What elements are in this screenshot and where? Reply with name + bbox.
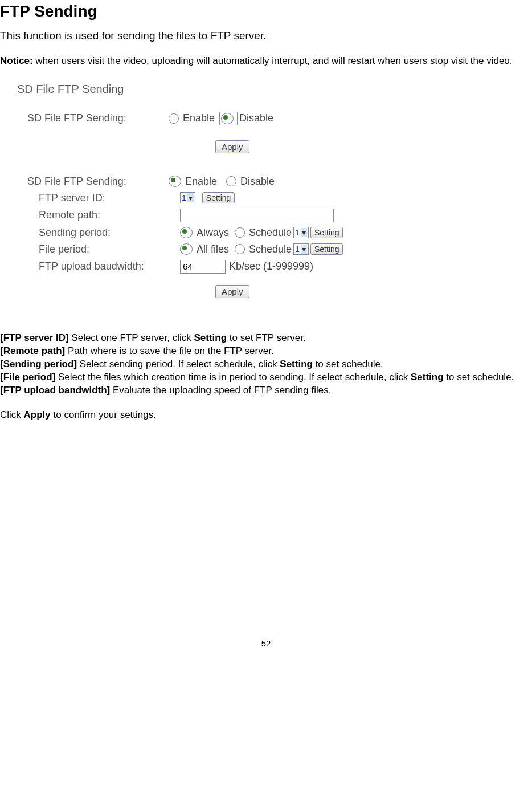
def-sending-period-text2: to set schedule. xyxy=(313,359,383,369)
label-sd-ftp-sending-2: SD File FTP Sending: xyxy=(17,176,169,188)
panel-enabled-state: SD File FTP Sending: Enable Disable FTP … xyxy=(17,176,532,298)
radio-fp-all-label: All files xyxy=(197,243,229,255)
definitions-block: [FTP server ID] Select one FTP server, c… xyxy=(0,332,532,422)
select-ftp-id-value: 1 xyxy=(182,193,186,202)
radio-disable-wrap xyxy=(219,112,238,125)
def-sending-period-text1: Select sending period. If select schedul… xyxy=(77,359,280,369)
def-upload-bandwidth: [FTP upload bandwidth] xyxy=(0,385,110,396)
def-ftp-server-id-text2: to set FTP server. xyxy=(227,332,306,343)
def-apply-text2: to confirm your settings. xyxy=(51,409,156,420)
select-ftp-id[interactable]: 1▾ xyxy=(180,192,195,203)
radio-disable-label-2: Disable xyxy=(240,176,275,188)
radio-sp-always-label: Always xyxy=(197,227,229,239)
bandwidth-unit: Kb/sec (1-999999) xyxy=(229,260,313,272)
def-sending-period-bold: Setting xyxy=(280,359,313,369)
apply-button-2[interactable]: Apply xyxy=(215,285,249,298)
radio-sp-schedule[interactable] xyxy=(235,227,245,238)
radio-enable-label: Enable xyxy=(183,112,215,124)
label-remote-path: Remote path: xyxy=(17,209,180,221)
label-sd-ftp-sending: SD File FTP Sending: xyxy=(17,112,169,124)
def-file-period: [File period] xyxy=(0,372,55,382)
input-bandwidth[interactable] xyxy=(180,260,226,274)
notice-body: when users visit the video, uploading wi… xyxy=(33,55,513,66)
setting-button-sp[interactable]: Setting xyxy=(310,227,343,238)
select-sp-schedule[interactable]: 1▾ xyxy=(293,227,309,238)
chevron-down-icon: ▾ xyxy=(301,228,307,237)
def-remote-path: [Remote path] xyxy=(0,345,65,356)
def-apply-bold: Apply xyxy=(24,409,51,420)
radio-disable[interactable] xyxy=(221,113,234,124)
radio-disable-label: Disable xyxy=(239,112,273,124)
label-bandwidth: FTP upload baudwidth: xyxy=(17,260,180,272)
notice-label: Notice: xyxy=(0,55,33,66)
select-sp-value: 1 xyxy=(295,228,300,237)
select-fp-schedule[interactable]: 1▾ xyxy=(293,243,309,255)
radio-disable-2[interactable] xyxy=(226,176,236,186)
def-ftp-server-id-bold: Setting xyxy=(194,332,227,343)
setting-button-ftp-id[interactable]: Setting xyxy=(202,192,235,203)
chevron-down-icon: ▾ xyxy=(301,245,307,254)
def-file-period-text1: Select the files which creation time is … xyxy=(55,372,411,382)
setting-button-fp[interactable]: Setting xyxy=(310,243,343,255)
page-title: FTP Sending xyxy=(0,2,532,21)
select-fp-value: 1 xyxy=(295,245,300,254)
panel-disabled-state: SD File FTP Sending SD File FTP Sending:… xyxy=(17,83,532,153)
def-file-period-bold: Setting xyxy=(411,372,444,382)
def-file-period-text2: to set schedule. xyxy=(444,372,514,382)
def-apply-text1: Click xyxy=(0,409,24,420)
radio-enable-label-2: Enable xyxy=(185,176,217,188)
radio-enable-2[interactable] xyxy=(169,176,181,187)
notice-text: Notice: when users visit the video, uplo… xyxy=(0,55,532,68)
page-number: 52 xyxy=(0,638,532,648)
label-sending-period: Sending period: xyxy=(17,227,180,239)
panel-title: SD File FTP Sending xyxy=(17,83,532,96)
input-remote-path[interactable] xyxy=(180,209,334,222)
label-file-period: File period: xyxy=(17,243,180,255)
def-ftp-server-id-text1: Select one FTP server, click xyxy=(69,332,194,343)
radio-sp-always[interactable] xyxy=(180,227,193,238)
def-upload-bandwidth-text: Evaluate the uploading speed of FTP send… xyxy=(110,385,331,396)
radio-fp-schedule-label: Schedule xyxy=(249,243,292,255)
def-sending-period: [Sending period] xyxy=(0,359,77,369)
apply-button[interactable]: Apply xyxy=(215,140,249,153)
label-ftp-server-id: FTP server ID: xyxy=(17,192,180,204)
radio-enable[interactable] xyxy=(169,113,179,124)
intro-text: This function is used for sending the fi… xyxy=(0,30,532,42)
chevron-down-icon: ▾ xyxy=(187,193,194,202)
radio-fp-schedule[interactable] xyxy=(235,244,245,254)
radio-sp-schedule-label: Schedule xyxy=(249,227,292,239)
def-remote-path-text: Path where is to save the file on the FT… xyxy=(65,345,273,356)
def-ftp-server-id: [FTP server ID] xyxy=(0,332,69,343)
radio-fp-all[interactable] xyxy=(180,243,193,255)
